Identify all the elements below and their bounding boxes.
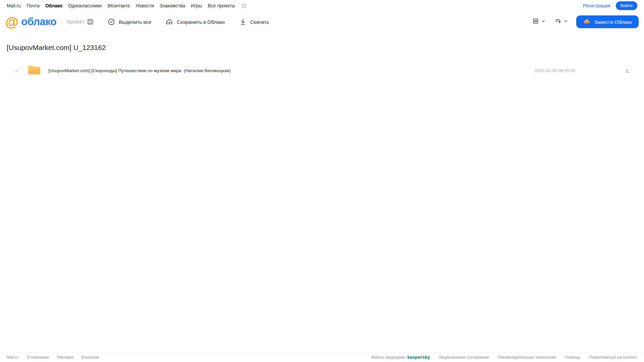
footer-mailru-link[interactable]: Mail.ru [7,355,19,360]
file-row[interactable]: [UsupovMarket.com] [Скороходы] Путешеств… [0,62,644,79]
footer-recommendation-link[interactable]: Рекомендательные технологии [498,355,556,360]
nav-vkontakte[interactable]: ВКонтакте [107,3,130,8]
check-circle-icon [107,18,115,26]
login-button[interactable]: Войти [616,1,637,10]
file-list: [UsupovMarket.com] [Скороходы] Путешеств… [0,62,644,79]
main-content: [UsupovMarket.com] U_123162 [0,44,644,79]
footer-report-link[interactable]: Пожаловаться на контент [589,355,637,360]
footer-jobs-link[interactable]: Вакансии [81,355,99,360]
mailru-at-icon: @ [5,15,18,29]
sort-icon [554,17,562,26]
nav-pochta[interactable]: Почта [27,3,40,8]
protected-label: Файлы защищены [371,355,405,360]
nav-igry[interactable]: Игры [191,3,202,8]
file-name[interactable]: [UsupovMarket.com] [Скороходы] Путешеств… [48,68,231,73]
footer-right: Файлы защищены kaspersky Лицензионное со… [371,355,637,360]
list-view-icon [532,17,539,26]
footer: Mail.ru О компании Реклама Вакансии Файл… [0,352,644,362]
nav-odnoklassniki[interactable]: Одноклассники [68,3,102,8]
nav-all-projects[interactable]: Все проекты [208,3,235,8]
footer-license-link[interactable]: Лицензионное соглашение [439,355,489,360]
select-all-button[interactable]: Выделить все [107,18,151,26]
portal-nav: Mail.ru Почта Облако Одноклассники ВКонт… [0,0,644,11]
get-cloud-label: Завести Облако [594,19,632,25]
footer-ads-link[interactable]: Реклама [57,355,73,360]
folder-icon [28,64,41,76]
get-cloud-button[interactable]: Завести Облако [576,15,639,28]
file-date: 2021-01-09 06:55:00 [535,68,575,73]
nav-novosti[interactable]: Новости [136,3,154,8]
register-link[interactable]: Регистрация [583,3,610,8]
cloud-upload-icon [165,18,174,26]
cloud-orange-icon [583,17,591,27]
page-title: [UsupovMarket.com] U_123162 [7,44,644,52]
check-icon [14,68,19,73]
download-icon [239,18,247,26]
toolbar: Выделить все Сохранить в Облако Скачат [107,11,269,32]
footer-about-link[interactable]: О компании [27,355,49,360]
download-label: Скачать [250,19,269,25]
header-right-controls: Завести Облако [532,11,639,32]
kaspersky-logo[interactable]: kaspersky [407,355,430,360]
all-projects-grid-icon[interactable] [242,4,246,8]
footer-help-link[interactable]: Помощь [565,355,580,360]
save-to-cloud-label: Сохранить в Облако [177,19,225,25]
kaspersky-protection: Файлы защищены kaspersky [371,355,430,360]
sort-control[interactable] [554,17,568,26]
row-checkbox[interactable] [11,65,22,76]
chevron-down-icon [563,19,568,25]
nav-oblako[interactable]: Облако [45,3,62,8]
nav-znakomstva[interactable]: Знакомства [160,3,185,8]
row-download-icon[interactable] [624,67,631,74]
logo-divider: | [61,18,62,25]
vk-badge-icon: vk [87,19,93,25]
nav-mailru[interactable]: Mail.ru [7,3,21,8]
select-all-label: Выделить все [119,19,151,25]
cloud-header: @ облако | проект vk Выделить все [0,11,644,32]
save-to-cloud-button[interactable]: Сохранить в Облако [165,18,225,26]
download-button[interactable]: Скачать [239,18,269,26]
cloud-logo[interactable]: @ облако | проект vk [5,15,93,29]
cloud-logo-text: облако [21,16,56,28]
portal-nav-right: Регистрация Войти [583,1,637,10]
project-label: проект [67,18,85,25]
view-mode-control[interactable] [532,17,546,26]
chevron-down-icon [541,19,546,25]
